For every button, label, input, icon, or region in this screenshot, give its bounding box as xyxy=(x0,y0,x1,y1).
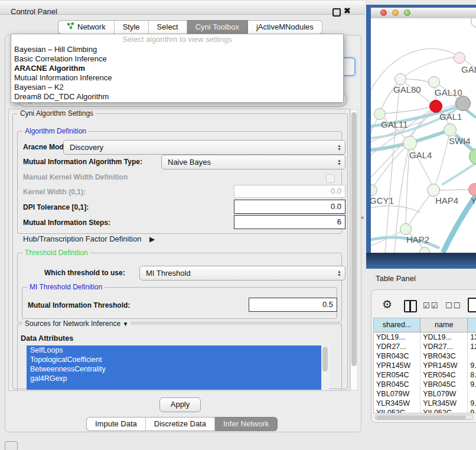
table-cell: YBL079W xyxy=(374,389,420,399)
node-attribute-table[interactable]: shared...name YDL19...YDL19...13YDR27...… xyxy=(373,318,476,413)
network-icon xyxy=(67,21,74,34)
column-header-shared[interactable]: shared... xyxy=(374,318,420,332)
scrollbar-thumb[interactable] xyxy=(376,416,466,419)
dpi-tolerance-field[interactable]: 0.0 xyxy=(234,200,345,214)
table-row[interactable]: YBR043CYBR043C xyxy=(374,351,476,361)
zoom-traffic-light-icon[interactable] xyxy=(404,9,410,16)
attr-item-topologicalcoefficient[interactable]: TopologicalCoefficient xyxy=(27,355,329,364)
node-hap2[interactable] xyxy=(400,223,412,235)
hub-definition-expander[interactable]: Hub/Transcription Factor Definition ▶ xyxy=(23,234,155,243)
node-gal11[interactable] xyxy=(374,108,386,120)
table-row[interactable]: YDL19...YDL19...13 xyxy=(374,332,476,342)
sources-group-title[interactable]: Sources for Network Inference ▼ xyxy=(22,319,131,328)
select-all-checkboxes-icon[interactable]: ☑☑ xyxy=(423,301,439,310)
mi-threshold-field[interactable]: 0.5 xyxy=(249,298,337,312)
mi-type-label: Mutual Information Algorithm Type: xyxy=(23,158,142,166)
dropdown-item-aracne-algorithm[interactable]: ARACNE Algorithm xyxy=(11,64,343,73)
attr-item-selfloops[interactable]: SelfLoops xyxy=(27,345,329,355)
which-threshold-combo[interactable]: MI Threshold ▲▼ xyxy=(139,266,345,281)
node-label-gal1: GAL1 xyxy=(439,112,462,122)
dropdown-placeholder: Select algorithm to view settings xyxy=(11,34,343,45)
close-traffic-light-icon[interactable] xyxy=(380,9,387,16)
table-header-row: shared...name xyxy=(374,318,476,332)
table-row[interactable]: YLR345WYLR345W9. xyxy=(374,399,476,408)
network-window-titlebar[interactable] xyxy=(371,8,476,19)
tab-jactivemnodules[interactable]: jActiveMNodules xyxy=(248,20,322,34)
columns-icon[interactable] xyxy=(404,300,417,312)
node-gal-pink[interactable] xyxy=(454,52,465,64)
column-header-partial[interactable] xyxy=(468,318,476,332)
split-pane-collapse-icon[interactable]: ◄ xyxy=(360,215,364,220)
table-cell: YDL19... xyxy=(420,332,468,342)
settings-scrollbar-thumb[interactable] xyxy=(351,112,357,366)
node-label-y: Y xyxy=(471,195,476,206)
tab-network[interactable]: Network xyxy=(58,20,115,34)
table-cell xyxy=(468,389,476,399)
dropdown-item-basic-correlation-inference[interactable]: Basic Correlation Inference xyxy=(11,54,343,64)
scrollbar-thumb[interactable] xyxy=(322,347,328,371)
attribute-list-scrollbar[interactable] xyxy=(321,345,329,390)
table-cell: 9. xyxy=(468,361,476,370)
table-row[interactable]: YPR145WYPR145W9. xyxy=(374,361,476,370)
table-cell: YLR345W xyxy=(374,399,420,408)
table-row[interactable]: YDR27...YDR27...12 xyxy=(374,342,476,351)
table-row[interactable]: YER054CYER054C8. xyxy=(374,370,476,380)
tab-cyni-toolbox[interactable]: Cyni Toolbox xyxy=(187,20,248,34)
dropdown-item-bayesian-hill-climbing[interactable]: Bayesian – Hill Climbing xyxy=(11,45,343,54)
attr-item-partial[interactable] xyxy=(27,383,329,390)
dpi-tolerance-label: DPI Tolerance [0,1]: xyxy=(23,203,89,211)
network-canvas[interactable]: GALGAL80GAL10GAL1SWI4GAL11GAL4GCY1HAP4YH… xyxy=(371,18,476,253)
node-gal1-red[interactable] xyxy=(429,100,442,113)
column-header-name[interactable]: name xyxy=(420,318,468,332)
minimized-panel-button[interactable] xyxy=(5,441,18,450)
close-panel-icon[interactable]: ✖ xyxy=(344,6,351,15)
table-row[interactable]: YBR045CYBR045C9. xyxy=(374,380,476,389)
document-icon[interactable] xyxy=(468,298,476,312)
mi-steps-field[interactable]: 6 xyxy=(234,215,345,229)
tab-discretize-data[interactable]: Discretize Data xyxy=(146,417,215,431)
mi-type-combo[interactable]: Naive Bayes ▲▼ xyxy=(161,155,345,169)
table-row[interactable]: YIL052CYIL052C9. xyxy=(374,408,476,413)
tab-label: Network xyxy=(77,21,106,34)
manual-kernel-label: Manual Kernel Width Definition xyxy=(23,173,128,181)
table-cell: 9. xyxy=(468,380,476,389)
aracne-mode-combo[interactable]: Discovery ▲▼ xyxy=(63,140,345,155)
attr-item-gal4rgexp[interactable]: gal4RGexp xyxy=(27,374,329,383)
minimize-traffic-light-icon[interactable] xyxy=(392,9,399,16)
table-row[interactable]: YBL079WYBL079W xyxy=(374,389,476,399)
settings-scroll-area: Cyni Algorithm Settings Algorithm Defini… xyxy=(8,109,350,391)
tab-style[interactable]: Style xyxy=(115,20,149,34)
apply-button[interactable]: Apply xyxy=(159,397,201,412)
algorithm-definition-title: Algorithm Definition xyxy=(22,127,89,135)
manual-kernel-checkbox[interactable] xyxy=(326,174,335,183)
tab-label: jActiveMNodules xyxy=(256,21,314,34)
table-cell: YPR145W xyxy=(374,361,420,370)
dropdown-item-bayesian-k2[interactable]: Bayesian – K2 xyxy=(11,83,343,92)
node-swi4[interactable] xyxy=(444,123,457,136)
table-horizontal-scrollbar[interactable] xyxy=(374,415,474,420)
node-gal10[interactable] xyxy=(428,76,440,88)
deselect-all-checkboxes-icon[interactable]: ☐☐ xyxy=(445,301,461,310)
table-cell: 8. xyxy=(468,370,476,380)
node-gray[interactable] xyxy=(455,96,471,111)
attr-item-betweennesscentrality[interactable]: BetweennessCentrality xyxy=(27,364,329,374)
collapse-arrow-icon: ▼ xyxy=(122,321,128,327)
tab-select[interactable]: Select xyxy=(149,20,187,34)
table-cell: 13 xyxy=(468,332,476,342)
node-hap4[interactable] xyxy=(427,184,440,197)
gear-icon[interactable]: ⚙ xyxy=(382,298,392,311)
table-cell: YBR045C xyxy=(374,380,420,389)
tab-infer-network[interactable]: Infer Network xyxy=(215,417,278,431)
table-cell: YER054C xyxy=(374,370,420,380)
network-window-bottom-frame xyxy=(366,253,476,269)
tab-impute-data[interactable]: Impute Data xyxy=(86,417,146,431)
kernel-width-field[interactable]: 0.0 xyxy=(234,185,345,198)
combo-arrows-icon: ▲▼ xyxy=(337,266,341,280)
node-gal4[interactable] xyxy=(403,136,417,150)
dropdown-item-mutual-information-inference[interactable]: Mutual Information Inference xyxy=(11,73,343,83)
node-label-gal10: GAL10 xyxy=(435,87,462,97)
float-panel-icon[interactable] xyxy=(332,8,341,17)
node-gal80[interactable] xyxy=(395,73,406,85)
dropdown-item-dream8-dc-tdc-algorithm[interactable]: Dream8 DC_TDC Algorithm xyxy=(11,92,343,102)
combo-arrows-icon: ▲▼ xyxy=(337,155,341,169)
